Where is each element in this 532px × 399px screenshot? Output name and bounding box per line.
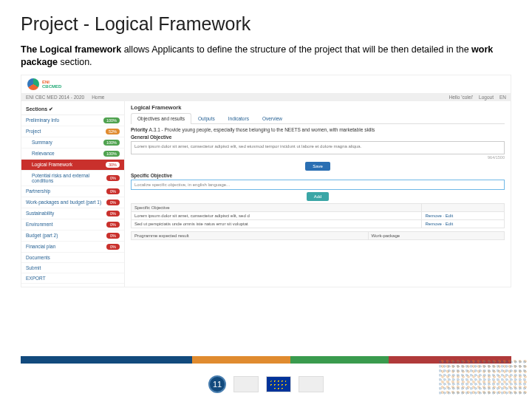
- top-nav: ENI CBC MED 2014 - 2020 Home Hello 'cole…: [21, 94, 511, 101]
- sidebar-item-label: Submit: [26, 265, 41, 270]
- sidebar-item-label: Partnership: [26, 188, 50, 194]
- table-row: Lorem ipsum dolor sit amet, consectetur …: [132, 211, 505, 219]
- sidebar-item-0[interactable]: Preliminary Info100%: [21, 115, 124, 126]
- tab-2[interactable]: Indicators: [222, 113, 256, 123]
- progress-badge: 100%: [103, 140, 120, 146]
- sidebar-item-label: Work-packages and budget (part 1): [26, 200, 101, 205]
- sidebar-item-3[interactable]: Relevance100%: [21, 149, 124, 160]
- specific-objective-input[interactable]: Localize specific objective, in english …: [131, 180, 505, 190]
- brand-text: ENI CBCMED: [42, 80, 61, 89]
- progress-badge: 100%: [103, 151, 120, 157]
- sidebar-item-1[interactable]: Project52%: [21, 126, 124, 137]
- color-strip: [21, 356, 511, 364]
- programme-label: ENI CBC MED 2014 - 2020: [26, 95, 84, 100]
- footer-logo-region-icon: [299, 376, 324, 392]
- progress-badge: 0%: [106, 211, 120, 216]
- user-greeting: Hello 'colei': [449, 95, 473, 100]
- progress-badge: 0%: [106, 233, 120, 239]
- row-actions[interactable]: Remove · Edit: [425, 214, 453, 218]
- sidebar-item-11[interactable]: Financial plan0%: [21, 242, 124, 253]
- footer-logo-eu-icon: [266, 376, 291, 392]
- char-count: 964/1500: [131, 155, 505, 160]
- progress-badge: 0%: [106, 244, 120, 250]
- general-objective-input[interactable]: Lorem ipsum dolor sit amet, consectetur …: [131, 141, 505, 154]
- row-actions[interactable]: Remove · Edit: [425, 222, 453, 226]
- expected-result-table: Programme expected result Work-package: [131, 231, 505, 240]
- table-col-objective: Specific Objective: [132, 203, 422, 211]
- sidebar-item-6[interactable]: Partnership0%: [21, 186, 124, 197]
- tab-0[interactable]: Objectives and results: [131, 113, 191, 124]
- sidebar-item-8[interactable]: Sustainability0%: [21, 208, 124, 219]
- sidebar-item-10[interactable]: Budget (part 2)0%: [21, 231, 124, 242]
- progress-badge: 100%: [103, 117, 120, 123]
- col-work-package: Work-package: [368, 231, 504, 239]
- sidebar-item-label: EXPORT: [26, 276, 46, 281]
- app-screenshot: ENI CBCMED ENI CBC MED 2014 - 2020 Home …: [21, 75, 511, 287]
- tab-3[interactable]: Overview: [256, 113, 289, 123]
- sidebar-item-label: Budget (part 2): [26, 233, 58, 238]
- slide-footer: 11: [0, 375, 532, 393]
- sidebar-item-label: Logical Framework: [32, 162, 72, 167]
- priority-label: Priority A.3.1 - Provide young people, e…: [131, 127, 505, 132]
- specific-objective-label: Specific Objective: [131, 173, 505, 178]
- footer-logo-eni-icon: [233, 376, 259, 392]
- add-button[interactable]: Add: [307, 192, 330, 201]
- sections-sidebar: Sections ✔ Preliminary Info100%Project52…: [21, 101, 125, 287]
- progress-badge: 0%: [106, 222, 120, 228]
- table-row: Sed ut perspiciatis unde omnis iste natu…: [132, 219, 505, 228]
- progress-badge: 52%: [106, 129, 120, 134]
- lang-switch[interactable]: EN: [499, 95, 506, 100]
- sidebar-item-label: Relevance: [32, 151, 55, 156]
- sidebar-item-label: Potential risks and external conditions: [32, 173, 106, 183]
- sidebar-item-4[interactable]: Logical Framework30%: [21, 160, 124, 171]
- panel-title: Logical Framework: [131, 104, 505, 111]
- logout-link[interactable]: Logout: [479, 95, 494, 100]
- progress-badge: 0%: [106, 188, 120, 194]
- table-col-actions: [422, 203, 505, 211]
- tabs: Objectives and resultsOutputsIndicatorsO…: [131, 113, 505, 124]
- sidebar-item-label: Project: [26, 129, 41, 134]
- progress-badge: 30%: [106, 162, 120, 168]
- progress-badge: 0%: [106, 175, 120, 181]
- progress-badge: 0%: [106, 200, 120, 205]
- sidebar-item-14[interactable]: EXPORT: [21, 273, 124, 284]
- sidebar-item-label: Sustainability: [26, 211, 54, 216]
- sidebar-item-12[interactable]: Documents: [21, 253, 124, 263]
- sidebar-item-label: Documents: [26, 255, 50, 260]
- sidebar-item-13[interactable]: Submit: [21, 263, 124, 273]
- sidebar-item-label: Summary: [32, 140, 52, 145]
- brand-logo-icon: [27, 78, 39, 90]
- intro-text: The Logical framework allows Applicants …: [21, 44, 494, 69]
- page-number: 11: [208, 375, 226, 393]
- page-title: Project - Logical Framework: [21, 13, 511, 35]
- sidebar-item-label: Financial plan: [26, 244, 55, 249]
- nav-home[interactable]: Home: [92, 95, 104, 100]
- sidebar-item-7[interactable]: Work-packages and budget (part 1)0%: [21, 197, 124, 208]
- general-objective-label: General Objective: [131, 134, 505, 140]
- specific-objective-table: Specific Objective Lorem ipsum dolor sit…: [131, 203, 505, 228]
- tab-1[interactable]: Outputs: [191, 113, 222, 123]
- sidebar-item-5[interactable]: Potential risks and external conditions0…: [21, 171, 124, 186]
- sidebar-header: Sections ✔: [21, 104, 124, 115]
- save-button[interactable]: Save: [305, 162, 330, 171]
- main-panel: Logical Framework Objectives and results…: [125, 101, 511, 287]
- sidebar-item-label: Preliminary Info: [26, 117, 59, 123]
- sidebar-item-2[interactable]: Summary100%: [21, 137, 124, 149]
- app-header: ENI CBCMED: [21, 75, 511, 94]
- sidebar-item-label: Environment: [26, 222, 53, 227]
- col-expected-result: Programme expected result: [132, 231, 369, 239]
- sidebar-item-9[interactable]: Environment0%: [21, 219, 124, 231]
